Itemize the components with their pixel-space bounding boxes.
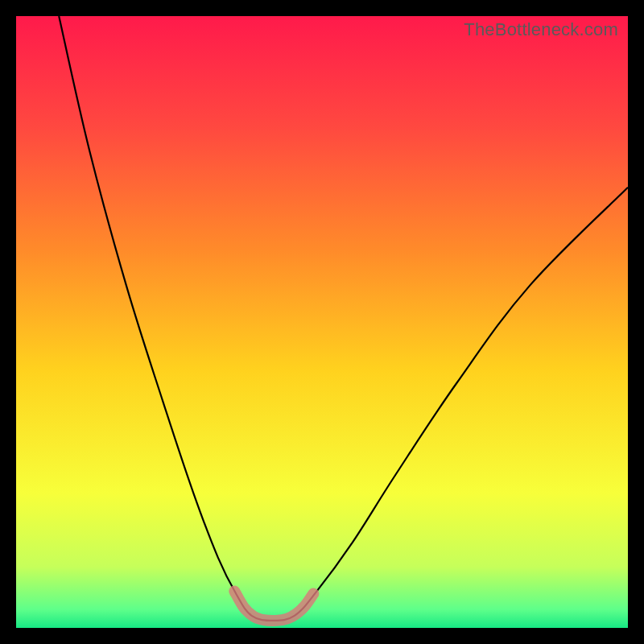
chart-frame: TheBottleneck.com [16, 16, 628, 628]
watermark-text: TheBottleneck.com [464, 19, 618, 40]
bottleneck-chart [16, 16, 628, 628]
chart-background [16, 16, 628, 628]
